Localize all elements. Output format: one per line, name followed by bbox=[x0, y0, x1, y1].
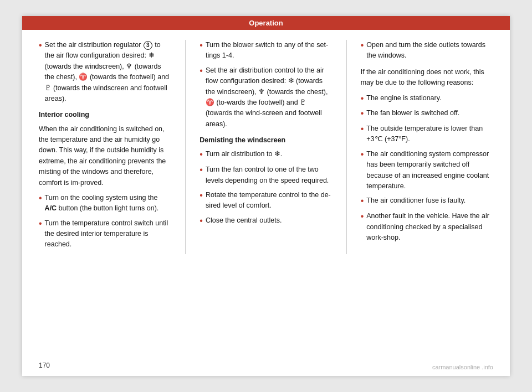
bullet-text: The air conditioner fuse is faulty. bbox=[366, 195, 466, 206]
list-item: • The air conditioning system compressor… bbox=[361, 149, 493, 192]
bullet-text: Turn air distribution to ❄. bbox=[206, 149, 282, 159]
list-item: • Turn air distribution to ❄. bbox=[200, 149, 332, 161]
bullet-text: Rotate the temperature control to the de… bbox=[206, 190, 332, 212]
content-area: • Set the air distribution regulator 3 t… bbox=[22, 40, 510, 271]
bullet-icon: • bbox=[39, 218, 42, 230]
column-2: • Turn the blower switch to any of the s… bbox=[200, 40, 332, 254]
list-item: • Turn the temperature control switch un… bbox=[39, 218, 171, 250]
list-item: • The engine is stationary. bbox=[361, 93, 493, 105]
bullet-icon: • bbox=[200, 215, 203, 227]
list-item: • Turn the fan control to one of the two… bbox=[200, 164, 332, 186]
list-item: • The air conditioner fuse is faulty. bbox=[361, 195, 493, 207]
bullet-text: Open and turn the side outlets towards t… bbox=[366, 40, 493, 61]
watermark: carmanualsonline .info bbox=[432, 364, 493, 370]
column-divider-1 bbox=[185, 40, 186, 254]
bullet-icon: • bbox=[361, 40, 364, 51]
interior-cooling-para: When the air conditioning is switched on… bbox=[39, 124, 171, 188]
bullet-text: Close the central outlets. bbox=[206, 215, 282, 226]
list-item: • Turn on the cooling system using the A… bbox=[39, 193, 171, 214]
bullet-text: Set the air distribution regulator 3 to … bbox=[45, 40, 172, 104]
bullet-icon: • bbox=[200, 65, 203, 77]
bullet-icon: • bbox=[200, 40, 203, 51]
list-item: • Another fault in the vehicle. Have the… bbox=[361, 211, 493, 243]
bullet-text: Turn on the cooling system using the A/C… bbox=[45, 193, 172, 214]
bullet-text: The air conditioning system compressor h… bbox=[366, 149, 493, 192]
bullet-text: The fan blower is switched off. bbox=[366, 108, 459, 118]
list-item: • Set the air distribution control to th… bbox=[200, 65, 332, 130]
page: Operation • Set the air distribution reg… bbox=[22, 16, 510, 376]
list-item: • Rotate the temperature control to the … bbox=[200, 190, 332, 212]
section-title-demisting: Demisting the windscreen bbox=[200, 135, 332, 146]
list-item: • The outside temperature is lower than … bbox=[361, 123, 493, 145]
bullet-icon: • bbox=[200, 190, 203, 202]
bullet-icon: • bbox=[39, 193, 42, 204]
column-1: • Set the air distribution regulator 3 t… bbox=[39, 40, 171, 254]
list-item: • Set the air distribution regulator 3 t… bbox=[39, 40, 171, 104]
bullet-icon: • bbox=[200, 164, 203, 176]
header-bar: Operation bbox=[22, 16, 510, 30]
no-work-para: If the air conditioning does not work, t… bbox=[361, 67, 493, 89]
bullet-text: The engine is stationary. bbox=[366, 93, 441, 104]
bullet-icon: • bbox=[39, 40, 42, 51]
column-divider-2 bbox=[346, 40, 347, 254]
list-item: • The fan blower is switched off. bbox=[361, 108, 493, 120]
circle-number: 3 bbox=[144, 41, 152, 50]
bullet-text: Another fault in the vehicle. Have the a… bbox=[366, 211, 493, 243]
bullet-icon: • bbox=[361, 108, 364, 120]
header-title: Operation bbox=[249, 19, 283, 27]
bullet-icon: • bbox=[361, 93, 364, 105]
bullet-icon: • bbox=[361, 211, 364, 223]
bullet-text: Set the air distribution control to the … bbox=[206, 65, 332, 130]
bullet-text: The outside temperature is lower than +3… bbox=[366, 123, 493, 145]
bullet-icon: • bbox=[361, 149, 364, 161]
column-3: • Open and turn the side outlets towards… bbox=[361, 40, 493, 254]
page-number: 170 bbox=[39, 362, 50, 369]
bullet-icon: • bbox=[361, 195, 364, 207]
watermark-text: carmanualsonline .info bbox=[432, 364, 493, 370]
bullet-text: Turn the fan control to one of the two l… bbox=[206, 164, 332, 186]
bullet-text: Turn the blower switch to any of the set… bbox=[206, 40, 332, 61]
list-item: • Open and turn the side outlets towards… bbox=[361, 40, 493, 61]
section-title-interior-cooling: Interior cooling bbox=[39, 110, 171, 120]
bullet-icon: • bbox=[361, 123, 364, 135]
list-item: • Turn the blower switch to any of the s… bbox=[200, 40, 332, 61]
bullet-text: Turn the temperature control switch unti… bbox=[45, 218, 172, 250]
list-item: • Close the central outlets. bbox=[200, 215, 332, 227]
bullet-icon: • bbox=[200, 149, 203, 161]
ac-label: A/C bbox=[45, 204, 57, 212]
